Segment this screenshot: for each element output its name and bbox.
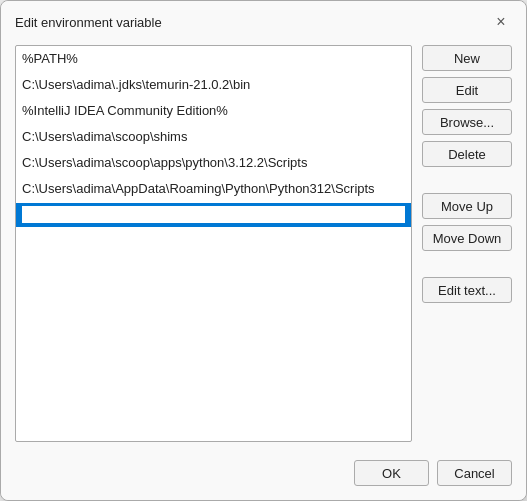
list-item[interactable]: C:\Users\adima\.jdks\temurin-21.0.2\bin [16, 72, 411, 98]
edit-button[interactable]: Edit [422, 77, 512, 103]
edit-env-var-dialog: Edit environment variable × %PATH%C:\Use… [0, 0, 527, 501]
spacer1 [422, 173, 512, 187]
list-item[interactable]: C:\Users\adima\scoop\apps\python\3.12.2\… [16, 150, 411, 176]
footer-bar: OK Cancel [1, 452, 526, 500]
dialog-title: Edit environment variable [15, 15, 162, 30]
title-bar: Edit environment variable × [1, 1, 526, 41]
list-item-input[interactable] [22, 206, 405, 223]
list-item[interactable]: %IntelliJ IDEA Community Edition% [16, 98, 411, 124]
move-down-button[interactable]: Move Down [422, 225, 512, 251]
list-item[interactable]: %PATH% [16, 46, 411, 72]
list-item[interactable] [16, 203, 411, 227]
browse-button[interactable]: Browse... [422, 109, 512, 135]
spacer2 [422, 257, 512, 271]
move-up-button[interactable]: Move Up [422, 193, 512, 219]
new-button[interactable]: New [422, 45, 512, 71]
edit-text-button[interactable]: Edit text... [422, 277, 512, 303]
env-var-list[interactable]: %PATH%C:\Users\adima\.jdks\temurin-21.0.… [15, 45, 412, 442]
close-button[interactable]: × [490, 11, 512, 33]
list-item[interactable]: C:\Users\adima\AppData\Roaming\Python\Py… [16, 176, 411, 202]
cancel-button[interactable]: Cancel [437, 460, 512, 486]
dialog-content: %PATH%C:\Users\adima\.jdks\temurin-21.0.… [1, 41, 526, 452]
ok-button[interactable]: OK [354, 460, 429, 486]
action-buttons: New Edit Browse... Delete Move Up Move D… [422, 45, 512, 442]
list-item[interactable]: C:\Users\adima\scoop\shims [16, 124, 411, 150]
delete-button[interactable]: Delete [422, 141, 512, 167]
